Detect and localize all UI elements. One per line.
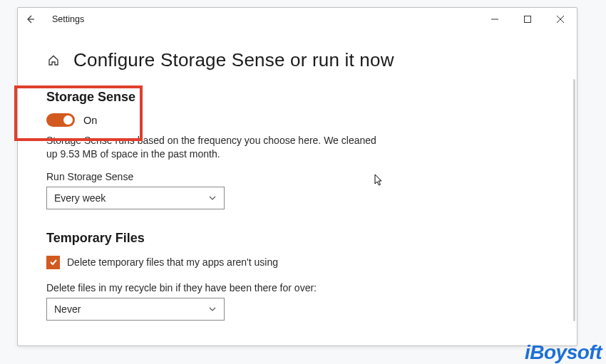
back-button[interactable] <box>25 14 35 24</box>
cursor-icon <box>374 174 384 187</box>
chevron-down-icon <box>208 194 217 202</box>
breadcrumb: Configure Storage Sense or run it now <box>46 49 563 71</box>
delete-temp-files-checkbox[interactable] <box>46 256 60 269</box>
run-storage-sense-value: Every week <box>54 192 106 204</box>
close-button[interactable] <box>544 8 577 31</box>
storage-sense-toggle-row: On <box>46 113 563 127</box>
storage-sense-description: Storage Sense runs based on the frequenc… <box>46 134 389 161</box>
content-area: Configure Storage Sense or run it now St… <box>46 49 563 338</box>
delete-temp-files-label: Delete temporary files that my apps aren… <box>67 256 278 269</box>
app-title: Settings <box>52 14 84 24</box>
toggle-knob <box>63 115 73 125</box>
storage-sense-toggle-label: On <box>83 115 97 126</box>
svg-rect-1 <box>525 16 531 23</box>
settings-window: Settings Configure Storage Sense or r <box>17 7 577 346</box>
run-storage-sense-dropdown[interactable]: Every week <box>46 187 225 209</box>
home-icon[interactable] <box>46 53 61 68</box>
watermark-logo: iBoysoft <box>525 341 602 364</box>
titlebar: Settings <box>18 8 577 31</box>
vertical-scrollbar[interactable] <box>573 79 575 321</box>
minimize-button[interactable] <box>478 8 511 31</box>
chevron-down-icon <box>208 305 217 313</box>
window-controls <box>478 8 577 31</box>
storage-sense-toggle[interactable] <box>46 113 75 127</box>
temporary-files-heading: Temporary Files <box>46 231 563 246</box>
maximize-button[interactable] <box>511 8 544 31</box>
storage-sense-heading: Storage Sense <box>46 90 563 105</box>
recycle-bin-label: Delete files in my recycle bin if they h… <box>46 282 563 293</box>
recycle-bin-dropdown[interactable]: Never <box>46 298 225 321</box>
recycle-bin-value: Never <box>54 303 81 315</box>
run-storage-sense-label: Run Storage Sense <box>46 171 563 182</box>
page-title: Configure Storage Sense or run it now <box>73 49 394 71</box>
delete-temp-files-row: Delete temporary files that my apps aren… <box>46 256 563 269</box>
